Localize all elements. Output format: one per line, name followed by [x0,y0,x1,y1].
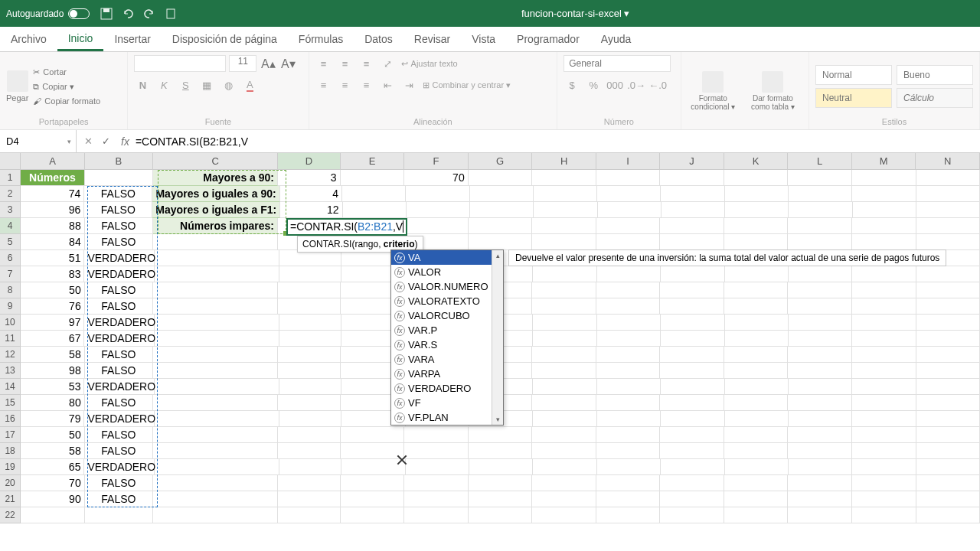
cell[interactable]: 53 [21,379,84,395]
autocomplete-item[interactable]: fxVALOR [391,265,503,279]
cell[interactable] [788,234,852,250]
cell[interactable]: 51 [21,250,84,266]
cell[interactable] [852,234,916,250]
cell[interactable] [343,202,407,218]
col-header[interactable]: K [724,153,789,169]
cell[interactable] [278,475,341,491]
cell[interactable]: FALSO [85,427,153,443]
cell[interactable] [279,315,341,331]
cell[interactable] [533,266,596,282]
cell[interactable] [278,427,341,443]
cell[interactable]: FALSO [85,218,153,234]
cell[interactable] [155,315,279,331]
col-header[interactable]: F [404,153,469,169]
col-header[interactable]: N [916,153,980,169]
cell[interactable] [852,218,916,234]
cell[interactable] [279,250,341,266]
cell[interactable] [341,491,405,507]
cell[interactable] [916,202,980,218]
merge-button[interactable]: ⊞Combinar y centrar ▾ [423,77,511,93]
cell[interactable] [788,170,852,186]
cell[interactable] [153,427,278,443]
cell[interactable] [153,475,278,491]
cell[interactable] [660,443,724,459]
cell[interactable] [598,202,662,218]
tab-archivo[interactable]: Archivo [0,27,57,51]
fx-icon[interactable]: fx [121,135,129,148]
cell[interactable] [852,507,916,523]
thousands-button[interactable]: 000 [606,77,623,93]
font-color-button[interactable]: A [241,77,258,93]
cell[interactable]: 12 [280,202,342,218]
cell[interactable] [153,507,278,523]
cell[interactable] [916,298,981,315]
number-format-select[interactable]: General [564,55,671,72]
cell[interactable] [341,427,405,443]
font-size-select[interactable]: 11 [229,55,256,72]
cell[interactable] [916,491,981,507]
cell[interactable] [469,475,533,491]
col-header[interactable]: E [341,153,405,169]
cell[interactable] [597,331,661,347]
cell[interactable]: VERDADERO [84,331,155,347]
cell[interactable] [724,234,789,250]
cell[interactable] [533,411,596,427]
cell[interactable] [341,443,405,459]
indent-inc-icon[interactable]: ⇥ [401,77,418,93]
cell[interactable] [532,491,596,507]
cell[interactable] [532,395,596,411]
underline-button[interactable]: S [177,77,194,93]
cell[interactable] [533,315,596,331]
cell[interactable] [596,475,661,491]
toggle-switch-icon[interactable] [68,8,90,19]
cell[interactable] [788,395,852,411]
cell[interactable] [404,507,469,523]
spreadsheet-grid[interactable]: A B C D E F G H I J K L M N 1NúmerosMayo… [0,153,980,523]
cell[interactable] [469,427,533,443]
cell[interactable]: 97 [21,315,84,331]
cell[interactable] [852,363,916,379]
name-box[interactable]: D4 [0,130,77,152]
cell[interactable]: 83 [21,266,84,282]
cell[interactable] [532,475,596,491]
cell[interactable] [660,298,724,315]
cell[interactable]: 58 [21,443,85,459]
cell[interactable] [789,186,852,202]
row-header[interactable]: 11 [0,331,21,347]
cell[interactable] [916,218,981,234]
cell[interactable] [788,363,852,379]
cell[interactable] [660,234,724,250]
cell[interactable] [469,443,533,459]
cell[interactable] [279,266,341,282]
cell[interactable] [789,331,852,347]
cell[interactable]: FALSO [84,202,152,218]
cell[interactable] [916,170,981,186]
cell[interactable]: 67 [21,331,84,347]
cell[interactable] [725,331,789,347]
cell[interactable]: Mayores o iguales a 90: [152,186,279,202]
cell[interactable] [470,202,534,218]
cell[interactable] [534,186,597,202]
cell[interactable] [660,218,724,234]
cell[interactable]: VERDADERO [84,379,155,395]
cell[interactable] [404,427,469,443]
cell[interactable] [532,170,596,186]
autocomplete-item[interactable]: fxVALORATEXTO [391,294,503,308]
cell[interactable] [155,331,279,347]
cell[interactable] [916,282,981,298]
autocomplete-item[interactable]: fxVARA [391,352,503,367]
formula-input[interactable]: fx =CONTAR.SI(B2:B21,V [118,130,980,152]
row-header[interactable]: 2 [0,186,21,202]
cell[interactable] [916,507,981,523]
orientation-icon[interactable]: ⤢ [380,55,397,72]
cell[interactable] [916,234,981,250]
cell[interactable] [789,411,852,427]
row-header[interactable]: 18 [0,443,21,459]
cell[interactable]: Mayores o iguales a F1: [152,202,280,218]
cell[interactable] [852,379,916,395]
cell[interactable] [916,475,981,491]
tab-datos[interactable]: Datos [354,27,403,51]
cell[interactable] [597,411,661,427]
tab-programador[interactable]: Programador [506,27,590,51]
cell[interactable]: VERDADERO [84,315,155,331]
